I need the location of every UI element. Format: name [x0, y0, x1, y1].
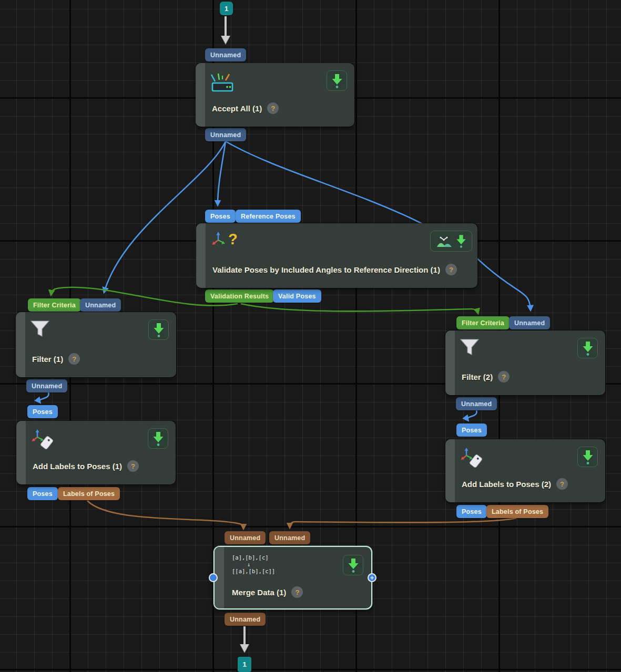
- edge-validation-results-to-filter2-criteria[interactable]: [241, 304, 478, 313]
- port-validate-output-validation-results[interactable]: Validation Results: [205, 290, 274, 303]
- node-title: Filter (2): [462, 373, 493, 381]
- node-title: Validate Poses by Included Angles to Ref…: [212, 265, 440, 274]
- show-output-button[interactable]: [577, 338, 598, 358]
- validate-poses-icon: ?: [210, 231, 238, 248]
- show-output-button[interactable]: [148, 319, 169, 340]
- node-title: Add Labels to Poses (1): [33, 462, 122, 471]
- node-status-strip: [196, 63, 205, 127]
- port-filter2-output-unnamed[interactable]: Unnamed: [456, 397, 497, 410]
- merge-icon-line-2: [[a],[b],[c]]: [232, 568, 275, 575]
- port-merge-input-unnamed-2[interactable]: Unnamed: [269, 531, 310, 544]
- edge-addlabels2-labels-to-merge[interactable]: [290, 518, 516, 528]
- port-addlabels1-output-labels[interactable]: Labels of Poses: [58, 487, 120, 500]
- help-icon[interactable]: ?: [68, 353, 80, 365]
- node-filter-2[interactable]: Filter (2) ?: [445, 330, 605, 395]
- node-filter-1[interactable]: Filter (1) ?: [16, 312, 176, 377]
- port-filter2-input-unnamed[interactable]: Unnamed: [509, 316, 550, 329]
- merge-icon-line-1: [a],[b],[c]: [232, 554, 275, 561]
- filter-icon: [30, 320, 50, 341]
- add-labels-icon: [30, 429, 56, 453]
- node-status-strip: [196, 223, 206, 288]
- edge-accept-all-to-validate-poses[interactable]: [218, 141, 226, 205]
- merge-data-icon: [a],[b],[c] ↓ [[a],[b],[c]]: [232, 554, 275, 575]
- node-title: Filter (1): [32, 355, 63, 364]
- node-title: Accept All (1): [212, 104, 262, 113]
- node-merge-data[interactable]: [a],[b],[c] ↓ [[a],[b],[c]] Merge Data (…: [213, 546, 372, 609]
- node-status-strip: [445, 439, 455, 502]
- port-addlabels1-input-poses[interactable]: Poses: [27, 405, 58, 418]
- node-add-labels-2[interactable]: Add Labels to Poses (2) ?: [445, 439, 605, 502]
- download-arrow-icon: [582, 450, 594, 464]
- filter-icon: [460, 338, 480, 359]
- merge-icon-arrow: ↓: [232, 561, 266, 568]
- visualize-and-show-output-button[interactable]: [430, 231, 472, 252]
- show-output-button[interactable]: [577, 447, 598, 467]
- flow-exit-badge[interactable]: 1: [238, 657, 251, 672]
- port-addlabels2-output-labels[interactable]: Labels of Poses: [486, 505, 548, 518]
- help-icon[interactable]: ?: [556, 478, 568, 490]
- merge-left-connector-handle[interactable]: [209, 573, 218, 582]
- help-icon[interactable]: ?: [498, 371, 510, 382]
- help-icon[interactable]: ?: [127, 460, 139, 472]
- node-status-strip: [16, 312, 25, 377]
- port-addlabels2-output-poses[interactable]: Poses: [456, 505, 487, 518]
- port-validate-input-poses[interactable]: Poses: [205, 210, 236, 223]
- point-cloud-view-icon: [436, 235, 452, 247]
- port-accept-all-input-unnamed[interactable]: Unnamed: [205, 48, 246, 61]
- node-add-labels-1[interactable]: Add Labels to Poses (1) ?: [16, 421, 176, 484]
- node-title: Add Labels to Poses (2): [462, 480, 551, 489]
- node-status-strip: [16, 421, 26, 484]
- port-accept-all-output-unnamed[interactable]: Unnamed: [205, 128, 246, 141]
- port-filter2-input-criteria[interactable]: Filter Criteria: [456, 316, 510, 329]
- show-output-button[interactable]: [343, 555, 363, 575]
- port-merge-input-unnamed-1[interactable]: Unnamed: [225, 531, 266, 544]
- help-icon[interactable]: ?: [445, 264, 457, 275]
- help-icon[interactable]: ?: [291, 586, 303, 598]
- node-title: Merge Data (1): [232, 588, 286, 597]
- node-accept-all[interactable]: Accept All (1) ?: [196, 63, 354, 127]
- flow-entry-badge[interactable]: 1: [220, 2, 233, 15]
- merge-add-output-handle[interactable]: +: [368, 573, 376, 582]
- port-filter1-input-criteria[interactable]: Filter Criteria: [28, 298, 81, 312]
- download-arrow-icon: [456, 234, 466, 248]
- node-graph-canvas[interactable]: 1 1 Unnamed Accept All (1) ?: [0, 0, 621, 672]
- port-validate-input-reference-poses[interactable]: Reference Poses: [236, 210, 301, 223]
- download-arrow-icon: [331, 74, 343, 88]
- port-addlabels2-input-poses[interactable]: Poses: [456, 423, 487, 437]
- show-output-button[interactable]: [327, 70, 347, 91]
- node-status-strip: [445, 330, 455, 395]
- download-arrow-icon: [152, 431, 164, 446]
- download-arrow-icon: [153, 323, 165, 337]
- port-addlabels1-output-poses[interactable]: Poses: [27, 487, 58, 500]
- port-merge-output-unnamed[interactable]: Unnamed: [225, 613, 266, 626]
- accept-all-icon: [210, 71, 235, 95]
- port-validate-output-valid-poses[interactable]: Valid Poses: [273, 290, 321, 303]
- edge-addlabels1-labels-to-merge[interactable]: [87, 501, 243, 529]
- node-validate-poses[interactable]: ? Validate Poses by Included Angles to R…: [196, 223, 477, 288]
- help-icon[interactable]: ?: [267, 102, 279, 114]
- download-arrow-icon: [582, 341, 594, 356]
- port-filter1-output-unnamed[interactable]: Unnamed: [26, 379, 67, 392]
- edge-filter1-to-addlabels1-poses[interactable]: [39, 392, 49, 402]
- edge-filter2-to-addlabels2-poses[interactable]: [467, 410, 477, 420]
- add-labels-icon: [460, 447, 485, 471]
- port-filter1-input-unnamed[interactable]: Unnamed: [80, 298, 121, 312]
- download-arrow-icon: [348, 558, 359, 573]
- show-output-button[interactable]: [148, 428, 168, 449]
